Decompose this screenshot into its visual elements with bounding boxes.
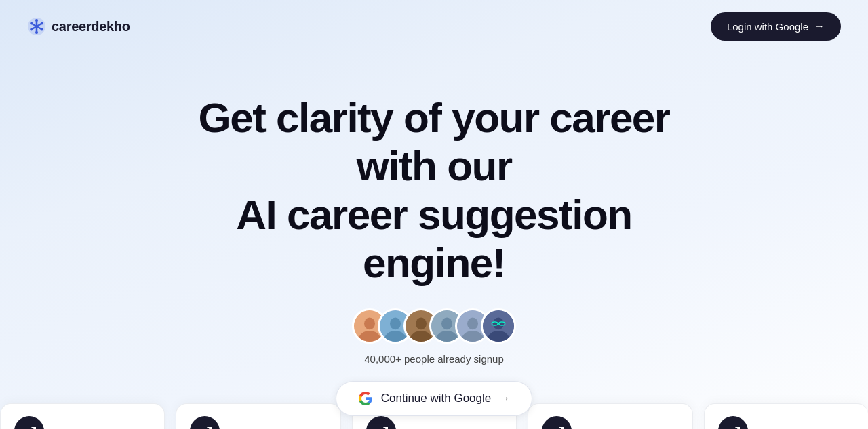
- hero-section: Get clarity of your career with our AI c…: [0, 53, 868, 429]
- svg-point-7: [41, 22, 43, 25]
- svg-point-20: [441, 318, 452, 330]
- cta-button-label: Continue with Google: [381, 392, 492, 405]
- svg-point-17: [416, 318, 427, 330]
- signup-count: 40,000+ people already signup: [364, 353, 504, 365]
- avatar: [481, 308, 516, 344]
- continue-with-google-button[interactable]: Continue with Google →: [336, 381, 533, 416]
- svg-point-9: [41, 28, 43, 31]
- svg-point-4: [35, 19, 38, 22]
- login-button[interactable]: Login with Google →: [711, 12, 841, 41]
- avatar-group: [352, 308, 516, 344]
- hero-title-line2: AI career suggestion engine!: [236, 191, 631, 286]
- hero-title-line1: Get clarity of your career with our: [199, 94, 670, 189]
- svg-point-8: [30, 28, 33, 31]
- svg-point-14: [390, 318, 401, 330]
- hero-title: Get clarity of your career with our AI c…: [170, 94, 698, 287]
- logo: careerdekho: [27, 17, 130, 36]
- svg-point-5: [35, 31, 38, 34]
- svg-point-11: [364, 318, 375, 330]
- cta-arrow-icon: →: [499, 392, 510, 405]
- logo-text: careerdekho: [52, 19, 130, 35]
- login-arrow-icon: →: [814, 20, 825, 33]
- header: careerdekho Login with Google →: [0, 0, 868, 53]
- login-button-label: Login with Google: [727, 21, 808, 33]
- google-icon: [358, 391, 373, 406]
- logo-icon: [27, 17, 46, 36]
- svg-point-6: [30, 22, 33, 25]
- svg-point-23: [467, 318, 478, 330]
